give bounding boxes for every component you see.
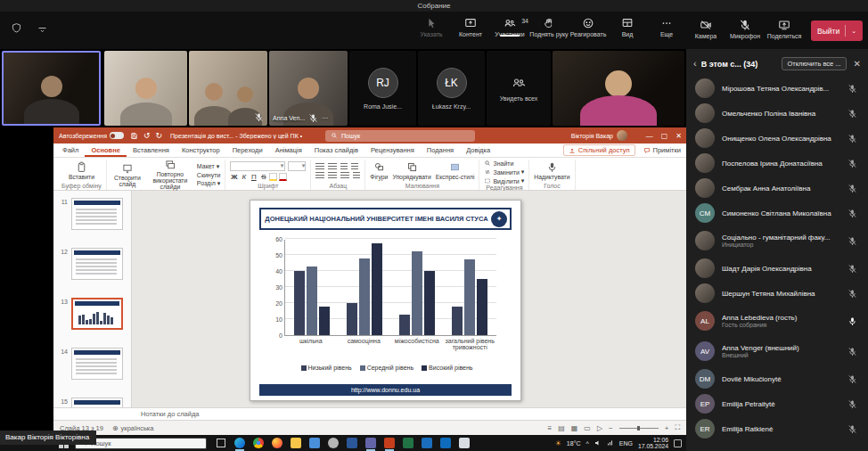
italic-button[interactable]: К [240,173,248,181]
ribbon-tab[interactable]: Основне [85,144,126,157]
redo-icon[interactable]: ↻ [155,132,162,140]
toolbar-camera-button[interactable]: Камера [686,15,725,39]
ribbon-tab[interactable]: Подання [421,144,460,157]
paste-button[interactable]: Вставити [69,161,94,180]
toolbar-share-button[interactable]: Поделиться [765,15,804,39]
strip-collapse-icon[interactable] [37,22,48,34]
leave-dropdown-icon[interactable]: ⌄ [851,28,856,35]
toolbar-view-button[interactable]: Вид [608,13,647,37]
firefox-icon[interactable] [271,437,283,450]
reuse-slides-button[interactable]: Повторно використати слайди [148,160,192,190]
participant-row[interactable]: Мірошова Тетяна Олександрів... [686,76,868,101]
store-icon[interactable] [439,437,452,450]
mic-muted-icon[interactable] [848,289,857,299]
participant-row[interactable]: CMСимоненко Світлана Миколаївна [686,201,868,226]
notes-toggle-icon[interactable]: ≡ [548,424,553,432]
toolbar-mic-button[interactable]: Микрофон [725,15,765,39]
participant-row[interactable]: ALAnna Lebedieva (гость)Гость собрания [686,306,868,336]
language-indicator[interactable]: ENG [619,440,633,447]
see-all-tile[interactable]: Увидеть всех [487,51,551,126]
photos-icon[interactable] [308,437,321,450]
ribbon-tab[interactable]: Конструктор [176,144,226,157]
participant-row[interactable]: EPEmilija Petraitytė [686,391,868,416]
slide-thumbnail[interactable] [71,198,123,230]
undo-icon[interactable]: ↺ [143,132,151,140]
slide-thumbnail[interactable] [71,348,123,380]
participant-row[interactable]: Онищенко Олена Олександрівна [686,126,868,151]
numbering-icon[interactable] [328,163,337,170]
mic-muted-icon[interactable] [848,399,857,409]
arrange-button[interactable]: Упорядкувати [392,161,430,180]
new-slide-button[interactable]: Створити слайд [111,163,143,187]
ribbon-tab[interactable]: Переходи [226,144,269,157]
bullets-icon[interactable] [315,163,324,170]
video-tile-3[interactable] [189,51,267,126]
slide-sorter-icon[interactable]: ▦ [571,424,578,432]
mute-all-button[interactable]: Отключить все ... [782,57,846,70]
participant-row[interactable]: DMDovilė Mikučionytė [686,366,868,391]
mic-muted-icon[interactable] [848,209,857,218]
participant-row[interactable]: Сембрак Анна Анатоліївна [686,176,868,201]
ppt-search-box[interactable]: Пошук [325,130,475,142]
toolbar-raise-hand-button[interactable]: Поднять руку [529,13,569,37]
align-right-icon[interactable] [340,172,349,179]
outlook-icon[interactable] [421,437,433,450]
mic-muted-icon[interactable] [848,109,857,119]
explorer-icon[interactable] [290,437,302,450]
mic-muted-icon[interactable] [848,347,857,357]
reading-view-icon[interactable]: ▭ [584,424,591,432]
ribbon-tab[interactable]: Довідка [460,144,496,157]
quick-styles-button[interactable]: Експрес-стилі [436,161,475,180]
slide-thumbnail[interactable] [71,248,123,280]
mic-muted-icon[interactable] [848,264,857,274]
tray-expand-icon[interactable]: ^ [586,440,589,447]
word-icon[interactable] [346,437,358,450]
toolbar-react-button[interactable]: Реагировать [569,13,608,37]
settings-icon[interactable] [327,437,340,450]
toolbar-pointer-button[interactable]: Указать [412,13,451,37]
mic-icon[interactable] [848,316,857,326]
current-slide[interactable]: ДОНЕЦЬКИЙ НАЦІОНАЛЬНИЙ УНІВЕРСИТЕТ ІМЕНІ… [250,200,521,401]
chrome-icon[interactable] [252,437,265,450]
video-tile-2[interactable] [104,51,187,126]
edge-icon[interactable] [233,437,246,450]
ribbon-tab[interactable]: Вставлення [127,144,176,157]
weather-icon[interactable]: ☀ [555,439,561,447]
mic-muted-icon[interactable] [848,84,857,94]
account-info[interactable]: Вікторія Вакар [571,130,627,141]
powerpoint-icon[interactable] [383,437,396,450]
ribbon-tab[interactable]: Рецензування [364,144,421,157]
find-button[interactable]: Знайти [484,160,524,167]
ribbon-tab[interactable]: Файл [56,144,85,157]
slideshow-icon[interactable]: ▷ [597,424,602,432]
mic-muted-icon[interactable] [848,374,857,384]
slide-thumbnail-row[interactable]: 15 [53,398,131,407]
mic-muted-icon[interactable] [848,236,857,246]
align-left-icon[interactable] [315,172,324,179]
mic-muted-icon[interactable] [848,134,857,144]
underline-button[interactable]: П [250,173,258,181]
align-center-icon[interactable] [328,172,337,179]
strikethrough-button[interactable]: S [259,173,267,181]
autosave-toggle[interactable]: Автозбереження [59,132,124,139]
participant-row[interactable]: Шадт Дарія Олександрівна [686,256,868,281]
replace-button[interactable]: Замінити ▾ [484,168,524,176]
shapes-button[interactable]: Фігури [370,161,388,180]
reset-button[interactable]: Скинути [197,172,221,178]
video-tile-avatar-lk[interactable]: ŁK Łukasz Krzy... [418,51,485,126]
weather-temp[interactable]: 18°C [567,440,581,447]
notes-area[interactable]: Нотатки до слайда [53,407,686,420]
fit-slide-icon[interactable]: ⛶ [675,423,680,432]
mic-muted-icon[interactable] [848,159,857,168]
video-tile-1[interactable] [2,51,101,126]
font-name-select[interactable] [230,161,285,171]
toolbar-more-button[interactable]: Еще [647,13,686,37]
minimize-icon[interactable]: — [646,132,653,140]
network-icon[interactable] [607,439,614,447]
select-button[interactable]: Виділити ▾ [484,177,524,184]
close-panel-icon[interactable]: ✕ [854,59,861,69]
slide-thumbnail-row[interactable]: 12 [53,248,131,280]
slide-thumbnail[interactable] [71,398,123,407]
mail-icon[interactable] [458,437,471,450]
teams-icon[interactable] [364,437,377,450]
